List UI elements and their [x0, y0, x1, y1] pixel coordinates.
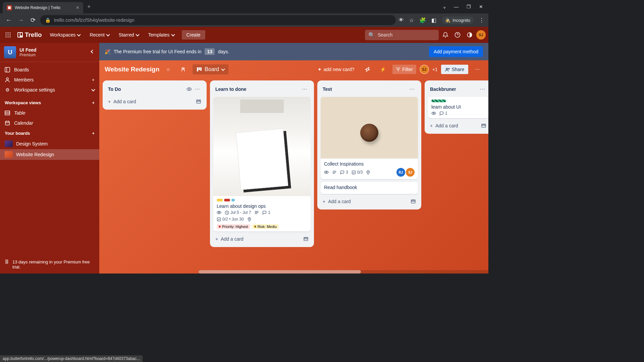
sidebar-board-item[interactable]: Design System: [0, 138, 99, 149]
star-board-button[interactable]: ☆: [163, 65, 174, 74]
board-member-avatar[interactable]: SJ: [420, 65, 429, 74]
sidebar-label: Calendar: [14, 120, 33, 126]
board-title[interactable]: Website Redesign: [105, 66, 159, 73]
close-window-icon[interactable]: ✕: [479, 4, 483, 9]
browser-tab[interactable]: Website Redesign | Trello ×: [3, 2, 83, 13]
share-button[interactable]: Share: [441, 65, 468, 74]
sidebar-board-item[interactable]: Website Redesign: [0, 149, 99, 160]
view-switcher[interactable]: Board: [193, 64, 228, 74]
maximize-icon[interactable]: ❐: [467, 4, 471, 9]
incognito-badge[interactable]: 🕵 Incognito: [442, 16, 474, 24]
label[interactable]: [224, 199, 230, 201]
add-board-icon[interactable]: +: [92, 131, 95, 136]
watch-icon: [431, 111, 436, 116]
template-icon[interactable]: [411, 199, 416, 204]
search-box[interactable]: 🔍: [365, 30, 439, 40]
list-title[interactable]: Backbruner: [430, 86, 478, 92]
card-badges: 0/2 • Jun 30: [217, 217, 307, 222]
automation-button[interactable]: ⚡: [377, 65, 389, 74]
sidebar-item-boards[interactable]: Boards: [0, 65, 99, 75]
minimize-icon[interactable]: —: [454, 4, 459, 9]
dates-badge: Jul 5 - Jul 7: [225, 210, 251, 215]
add-card-button[interactable]: +Add a card: [321, 197, 418, 206]
chevron-down-icon: [171, 33, 175, 36]
close-tab-icon[interactable]: ×: [76, 5, 79, 11]
board-name: Website Redesign: [16, 152, 54, 157]
new-tab-button[interactable]: +: [87, 3, 91, 10]
template-icon[interactable]: [303, 236, 309, 242]
board-main: 🎉 The Premium free trial for UI Feed end…: [99, 43, 488, 274]
label[interactable]: [231, 199, 235, 201]
list-menu-icon[interactable]: ⋯: [301, 84, 309, 94]
card[interactable]: Learn about design opsJul 5 - Jul 71 0/2…: [213, 97, 311, 232]
menu-templates[interactable]: Templates: [144, 30, 178, 40]
help-icon[interactable]: [452, 29, 463, 40]
menu-recent[interactable]: Recent: [86, 30, 113, 40]
board-thumb: [5, 140, 13, 147]
card[interactable]: Read handbook: [321, 182, 418, 194]
sidepanel-icon[interactable]: ◧: [431, 17, 436, 23]
card-cover: [321, 97, 418, 159]
bookmark-icon[interactable]: ☆: [409, 17, 414, 23]
sidebar-item-table[interactable]: Table: [0, 108, 99, 118]
add-card-label: Add a card: [221, 236, 244, 242]
label[interactable]: [217, 199, 223, 201]
collapse-sidebar-button[interactable]: [90, 48, 95, 57]
sidebar-item-calendar[interactable]: Calendar: [0, 118, 99, 128]
list-menu-icon[interactable]: ⋯: [408, 84, 416, 94]
template-icon[interactable]: [481, 123, 486, 128]
card[interactable]: learn about UI1: [428, 97, 488, 118]
back-button[interactable]: ←: [4, 17, 13, 24]
list-title[interactable]: Test: [323, 86, 408, 92]
list-header: Backbruner ⋯: [428, 84, 488, 94]
add-member-icon[interactable]: +: [92, 77, 95, 82]
browser-menu-icon[interactable]: ⋮: [479, 17, 484, 23]
address-bar[interactable]: 🔒 trello.com/b/lzcfSh4q/website-redesign: [40, 15, 396, 25]
member-avatar[interactable]: RJ: [396, 168, 405, 177]
visibility-button[interactable]: [177, 65, 189, 74]
board-canvas[interactable]: To Do ⋯ +Add a card Learn to done ⋯ Lear…: [99, 78, 488, 274]
add-payment-button[interactable]: Add payment method: [429, 46, 483, 57]
add-card-button[interactable]: +Add a card: [213, 234, 311, 244]
sidebar-item-settings[interactable]: ⚙ Workspace settings: [0, 85, 99, 95]
list-menu-icon[interactable]: ⋯: [478, 84, 486, 94]
board-menu-button[interactable]: ⋯: [472, 65, 483, 74]
create-button[interactable]: Create: [182, 30, 205, 40]
board-thumb: [5, 151, 13, 158]
powerups-button[interactable]: [361, 65, 373, 74]
watch-icon: [217, 210, 221, 215]
member-avatar[interactable]: SJ: [406, 168, 415, 177]
list-title[interactable]: To Do: [108, 86, 185, 92]
svg-point-33: [189, 88, 190, 90]
forward-button[interactable]: →: [16, 17, 25, 24]
svg-point-30: [446, 68, 447, 69]
template-icon[interactable]: [196, 99, 201, 104]
list-title[interactable]: Learn to done: [215, 86, 301, 92]
trello-logo[interactable]: Trello: [15, 31, 45, 39]
chevron-down-icon: [77, 33, 81, 36]
tracking-icon[interactable]: 👁: [398, 17, 404, 23]
add-view-icon[interactable]: +: [92, 100, 95, 105]
add-card-button[interactable]: +Add a card: [428, 121, 488, 130]
theme-icon[interactable]: [464, 29, 475, 40]
workspace-tier: Premium: [19, 53, 87, 57]
menu-workspaces[interactable]: Workspaces: [46, 30, 85, 40]
watch-icon[interactable]: [185, 85, 193, 93]
list-menu-icon[interactable]: ⋯: [193, 84, 201, 94]
sidebar-item-members[interactable]: Members +: [0, 75, 99, 85]
label[interactable]: [431, 100, 446, 102]
reload-button[interactable]: ⟳: [28, 16, 38, 24]
add-card-button[interactable]: +Add a card: [106, 97, 203, 106]
search-input[interactable]: [378, 32, 436, 38]
extra-members-count[interactable]: +1: [432, 67, 438, 72]
menu-starred[interactable]: Starred: [115, 30, 143, 40]
butler-hint[interactable]: ✦ add new card?: [314, 65, 358, 74]
notifications-icon[interactable]: [440, 29, 451, 40]
filter-button[interactable]: Filter: [392, 65, 416, 74]
app-switcher-icon[interactable]: [3, 29, 13, 40]
account-avatar[interactable]: SJ: [476, 30, 486, 40]
card[interactable]: Collect Inspirations30/3RJSJ: [321, 97, 418, 179]
extensions-icon[interactable]: 🧩: [419, 17, 426, 23]
tab-search-icon[interactable]: ^: [443, 4, 446, 9]
horizontal-scrollbar[interactable]: [199, 270, 488, 274]
